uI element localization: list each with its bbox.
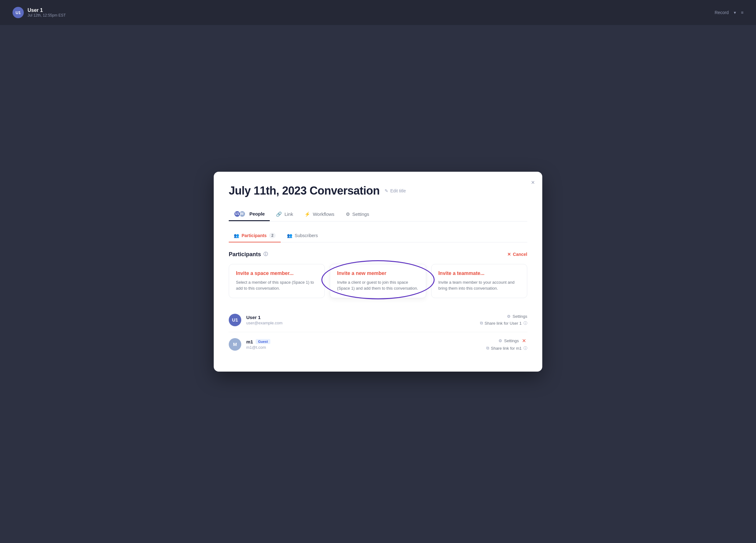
settings-row-u1: ⚙ Settings	[507, 314, 527, 319]
bg-subtitle: Jul 12th, 12:55pm EST	[28, 13, 66, 18]
tab-people[interactable]: U1 M People	[229, 208, 270, 221]
modal: × July 11th, 2023 Conversation ✎ Edit ti…	[214, 172, 542, 371]
close-button[interactable]: ×	[531, 179, 535, 186]
info-icon[interactable]: ⓘ	[263, 252, 268, 257]
invite-new-member-desc: Invite a client or guest to join this sp…	[337, 279, 419, 291]
subscribers-icon: 👥	[287, 233, 292, 238]
tab-avatars: U1 M	[234, 211, 246, 218]
share-info-icon-m1[interactable]: ⓘ	[524, 346, 527, 351]
participant-name-u1: User 1	[246, 315, 480, 320]
bg-title: User 1	[28, 8, 66, 13]
invite-card-new-member[interactable]: Invite a new member Invite a client or g…	[330, 264, 426, 298]
participant-row: M m1 Guest m1@t.com ⚙ Settings ✕	[229, 332, 527, 356]
subtab-subscribers[interactable]: 👥 Subscribers	[282, 230, 323, 242]
invite-cards: Invite a space member... Select a member…	[229, 264, 527, 298]
invite-space-member-title: Invite a space member...	[236, 271, 318, 276]
participant-actions-u1: ⚙ Settings ⧉ Share link for User 1 ⓘ	[480, 314, 528, 326]
settings-button-m1[interactable]: Settings	[504, 338, 519, 343]
workflows-icon: ⚡	[304, 212, 310, 217]
section-header: Participants ⓘ ✕ Cancel	[229, 251, 527, 258]
subtab-participants[interactable]: 👥 Participants 2	[229, 230, 281, 242]
participant-avatar-u1: U1	[229, 314, 241, 326]
tab-settings[interactable]: ⚙ Settings	[341, 208, 374, 220]
x-icon: ✕	[507, 252, 511, 257]
invite-cards-wrapper: Invite a space member... Select a member…	[229, 264, 527, 298]
invite-teammate-title: Invite a teammate...	[438, 271, 520, 276]
invite-card-teammate[interactable]: Invite a teammate... Invite a team membe…	[431, 264, 527, 298]
participant-info-u1: User 1 user@example.com	[246, 315, 480, 325]
background-header: U1 User 1 Jul 12th, 12:55pm EST Record ▾…	[0, 0, 756, 25]
main-tabs: U1 M People 🔗 Link ⚡ Workflows ⚙ Setting…	[229, 208, 527, 222]
participant-email-u1: user@example.com	[246, 320, 480, 325]
cancel-button[interactable]: ✕ Cancel	[507, 252, 527, 257]
modal-overlay: × July 11th, 2023 Conversation ✎ Edit ti…	[214, 172, 542, 371]
participant-info-m1: m1 Guest m1@t.com	[246, 339, 486, 350]
settings-row-m1: ⚙ Settings ✕	[498, 338, 527, 344]
settings-button-u1[interactable]: Settings	[513, 314, 527, 319]
share-row-u1: ⧉ Share link for User 1 ⓘ	[480, 320, 528, 326]
menu-icon[interactable]: ≡	[741, 10, 743, 15]
participant-actions-m1: ⚙ Settings ✕ ⧉ Share link for m1 ⓘ	[486, 338, 527, 351]
invite-space-member-desc: Select a member of this space (Space 1) …	[236, 279, 318, 291]
invite-new-member-title: Invite a new member	[337, 271, 419, 276]
section-title: Participants ⓘ	[229, 251, 268, 258]
bg-header-right: Record ▾ ≡	[715, 10, 743, 15]
tab-workflows[interactable]: ⚡ Workflows	[299, 208, 340, 220]
record-label: Record	[715, 10, 729, 15]
participants-list: U1 User 1 user@example.com ⚙ Settings	[229, 308, 527, 356]
link-icon: 🔗	[276, 212, 282, 217]
chevron-down-icon: ▾	[734, 10, 736, 15]
tab-link[interactable]: 🔗 Link	[271, 208, 298, 220]
share-info-icon[interactable]: ⓘ	[524, 320, 527, 326]
participant-row: U1 User 1 user@example.com ⚙ Settings	[229, 308, 527, 332]
edit-icon: ✎	[385, 188, 388, 193]
share-link-button-m1[interactable]: Share link for m1	[491, 346, 522, 351]
participants-icon: 👥	[234, 233, 239, 238]
subtabs: 👥 Participants 2 👥 Subscribers	[229, 230, 527, 243]
copy-icon: ⧉	[486, 346, 489, 351]
guest-badge: Guest	[256, 339, 270, 344]
modal-title-row: July 11th, 2023 Conversation ✎ Edit titl…	[229, 184, 527, 197]
invite-card-space-member[interactable]: Invite a space member... Select a member…	[229, 264, 325, 298]
participant-avatar-m1: M	[229, 338, 241, 351]
copy-icon: ⧉	[480, 320, 483, 325]
participant-name-m1: m1 Guest	[246, 339, 486, 344]
bg-avatar: U1	[13, 7, 24, 18]
settings-icon: ⚙	[346, 212, 350, 217]
share-link-button-u1[interactable]: Share link for User 1	[485, 321, 522, 325]
participant-email-m1: m1@t.com	[246, 345, 486, 350]
remove-button-m1[interactable]: ✕	[521, 338, 527, 344]
invite-teammate-desc: Invite a team member to your account and…	[438, 279, 520, 291]
gear-icon: ⚙	[507, 314, 511, 319]
tab-avatar-u1: U1	[234, 211, 241, 218]
share-row-m1: ⧉ Share link for m1 ⓘ	[486, 346, 527, 351]
gear-icon: ⚙	[498, 338, 502, 343]
participants-count: 2	[269, 233, 276, 238]
modal-title: July 11th, 2023 Conversation	[229, 184, 380, 197]
edit-title-button[interactable]: ✎ Edit title	[385, 188, 406, 193]
